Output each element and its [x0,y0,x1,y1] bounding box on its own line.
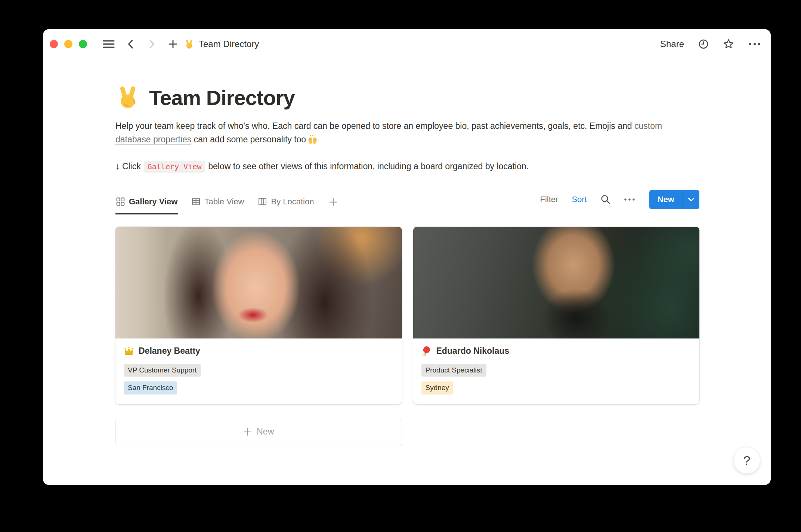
gallery-view-code-chip: Gallery View [144,161,205,173]
card-info: Delaney Beatty VP Customer Support San F… [115,338,402,404]
new-record-label[interactable]: New [649,190,683,209]
description-text: Help your team keep track of who's who. … [115,121,634,131]
description-text: can add some personality too [191,134,306,144]
traffic-lights [50,40,87,48]
victory-hand-icon[interactable] [115,85,140,110]
tip-line: ↓ Click Gallery View below to see other … [115,161,699,173]
favorite-star-icon[interactable] [723,38,734,50]
close-window-button[interactable] [50,40,58,48]
card-name-label: Delaney Beatty [139,346,200,356]
history-clock-icon[interactable] [698,39,709,49]
page-description: Help your team keep track of who's who. … [115,120,687,146]
tab-label: Gallery View [129,197,177,207]
role-tag: VP Customer Support [124,364,201,377]
view-more-options-icon[interactable] [624,198,635,201]
new-record-button[interactable]: New [649,190,699,209]
view-controls: Filter Sort New [540,190,700,214]
card-name-label: Eduardo Nikolaus [436,346,510,356]
add-card-label: New [257,427,274,437]
tip-text-before: ↓ Click [115,161,141,171]
question-mark-icon: ? [743,453,751,468]
card-delaney-beatty[interactable]: Delaney Beatty VP Customer Support San F… [115,227,402,404]
notion-window: Team Directory Share [43,29,771,485]
gallery-view-icon [116,197,125,206]
card-info: Eduardo Nikolaus Product Specialist Sydn… [413,338,700,404]
ping-pong-icon [421,346,432,356]
gallery-footer: New [115,418,699,446]
board-view-icon [258,197,267,206]
victory-hand-icon [184,39,194,49]
tab-label: Table View [204,197,244,207]
tab-gallery-view[interactable]: Gallery View [115,193,178,214]
titlebar: Team Directory Share [43,29,771,54]
menu-icon[interactable] [103,40,115,49]
plus-icon [243,427,252,436]
chevron-down-icon[interactable] [683,190,699,209]
filter-button[interactable]: Filter [540,195,559,204]
help-button[interactable]: ? [733,447,760,474]
desktop-background: Team Directory Share [0,0,801,532]
sort-button[interactable]: Sort [572,195,587,204]
raising-hands-icon [307,134,318,144]
location-tag: Sydney [421,381,453,395]
role-tag: Product Specialist [421,364,486,377]
zoom-window-button[interactable] [79,40,87,48]
crown-icon [124,346,134,356]
page-content: Team Directory Help your team keep track… [43,54,771,485]
page-title-text: Team Directory [149,86,295,110]
card-eduardo-nikolaus[interactable]: Eduardo Nikolaus Product Specialist Sydn… [413,227,700,404]
tab-table-view[interactable]: Table View [191,193,245,214]
view-tabs-bar: Gallery View Table View By Location [115,190,699,214]
tab-label: By Location [271,197,314,207]
gallery-view: Delaney Beatty VP Customer Support San F… [115,227,699,404]
search-icon[interactable] [600,194,610,204]
breadcrumb[interactable]: Team Directory [184,39,259,49]
forward-icon[interactable] [147,39,157,49]
card-photo [413,227,700,338]
tab-by-location[interactable]: By Location [257,193,315,214]
location-tag: San Francisco [124,381,177,395]
add-card-button[interactable]: New [115,418,402,446]
page-title: Team Directory [115,85,699,110]
back-icon[interactable] [126,39,136,49]
doc-title-label: Team Directory [199,39,259,49]
card-photo [115,227,402,338]
share-button[interactable]: Share [660,39,684,49]
tip-text-after: below to see other views of this informa… [208,161,529,171]
more-options-icon[interactable] [748,42,761,46]
table-view-icon [192,197,200,206]
add-view-icon[interactable] [327,194,338,214]
minimize-window-button[interactable] [64,40,72,48]
new-tab-icon[interactable] [168,39,178,49]
